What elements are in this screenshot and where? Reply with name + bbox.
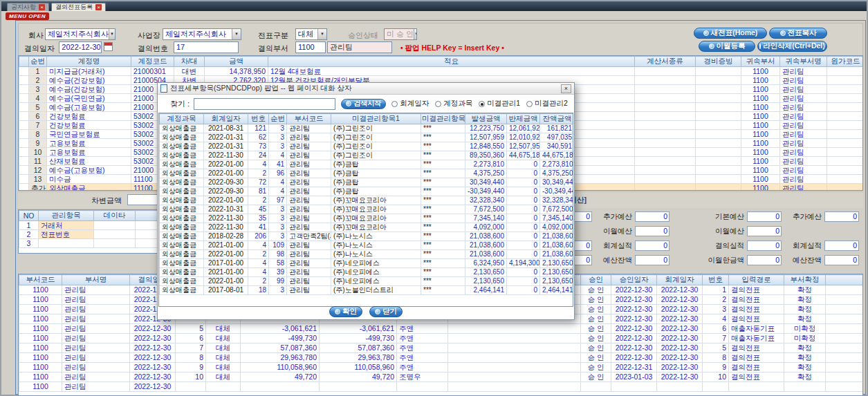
tab-notice[interactable]: 공지사항 × <box>7 3 49 11</box>
table-row[interactable]: 외상매출금2022-01-00296관리팀(주)금탑***4,375,25004… <box>160 169 574 178</box>
cell: 관리팀 <box>780 184 827 191</box>
table-row[interactable]: 외상매출금2017-08-01183관리팀(주)노블인더스트리***2,464,… <box>160 286 574 295</box>
confirm-button[interactable]: 확인 <box>329 306 362 317</box>
cell: 0 <box>507 241 540 250</box>
table-row[interactable]: 외상매출금2022-01-31623관리팀(주)그린조이***12,507,95… <box>160 133 574 142</box>
cell: 0 <box>507 178 540 187</box>
table-row[interactable]: 1100관리팀2022-12-307대체57,087,36057,087,360… <box>19 343 864 353</box>
table-row[interactable]: 외상매출금2017-01-00458관리팀(주)네오피에스***6,324,95… <box>160 259 574 268</box>
site-select[interactable]: 제일저지주식회사▼ <box>163 28 241 40</box>
cell: 7,345,140 <box>465 214 507 223</box>
table-row[interactable]: 1100관리팀2022-12-309대체110,058,960110,058,9… <box>19 363 864 373</box>
cell: 57,087,360 <box>320 343 397 353</box>
dialog-titlebar[interactable]: 전표세부항목(SPNDCDPop) 팝업 -- 웹 페이지 대화 상자 × <box>158 83 574 95</box>
cell: 11 <box>29 157 47 166</box>
cell: 관리팀 <box>287 196 331 205</box>
budget-value: 0 <box>747 226 782 236</box>
cell: 8 <box>703 353 729 363</box>
table-row[interactable]: 외상매출금2022-09-30814관리팀(주)금탑***-30,349,440… <box>160 187 574 196</box>
cell <box>19 148 29 157</box>
table-row[interactable]: 외상매출금2022-01-00441관리팀(주)금탑***2,273,81002… <box>160 160 574 169</box>
tab-voucher-entry[interactable]: 결의전표등록 × <box>51 3 106 11</box>
close-icon[interactable]: × <box>95 4 102 10</box>
cell: 0 <box>507 160 540 169</box>
cell <box>827 112 864 121</box>
column-header: 순번 <box>269 114 287 124</box>
cell: 4 <box>269 151 287 160</box>
cell <box>19 121 29 130</box>
cell <box>448 382 581 392</box>
table-row[interactable]: 외상매출금2021-01-00439관리팀(주)네오피에스***2,130,65… <box>160 268 574 277</box>
column-header: 부서코드 <box>19 275 62 285</box>
close-icon[interactable]: × <box>561 84 571 93</box>
table-row[interactable]: 1100관리팀2022-12-305대체-3,061,621-3,061,621… <box>19 324 864 334</box>
table-row[interactable]: 외상매출금2022-11-30353관리팀(주)꼬매요코리아***7,345,1… <box>160 214 574 223</box>
slip-type-value: 대체 <box>298 29 313 39</box>
cell: 승 인 <box>581 324 611 334</box>
table-row[interactable]: 외상매출금2022-11-30244관리팀(주)그린조이***89,350,36… <box>160 151 574 160</box>
slip-type-select[interactable]: 대체▼ <box>295 28 327 40</box>
cell: 확정 <box>784 343 826 353</box>
cell: (주)그린조이 <box>331 142 421 151</box>
cell: 관리팀 <box>287 259 331 268</box>
table-row[interactable]: 외상매출금2022-01-00299관리팀(주)네오피에스***2,130,65… <box>160 277 574 286</box>
cell: 확정 <box>784 373 826 382</box>
find-input[interactable] <box>194 98 335 110</box>
cell: 3 <box>269 205 287 214</box>
cell: *** <box>421 277 465 286</box>
carryover-button[interactable]: 이월등록 <box>699 41 755 52</box>
cell: 2022-12-30 <box>657 324 703 334</box>
dept-code-input[interactable]: 1100 <box>295 41 326 53</box>
cell <box>19 112 29 121</box>
table-row[interactable]: 외상매출금2022-10-31453관리팀(주)꼬매요코리아***7,672,5… <box>160 205 574 214</box>
date-input[interactable]: 2022-12-30 <box>59 41 102 53</box>
table-row[interactable]: 1미지급금(거래처)21000301대변14,378,95012월 4대보험료1… <box>19 67 864 76</box>
approval-value: 미 승 인 <box>387 29 414 39</box>
table-row[interactable]: 외상매출금2022-01-00298관리팀(주)나노시스***21,038,60… <box>160 250 574 259</box>
cell <box>696 184 741 191</box>
cell <box>827 148 864 157</box>
radio-option[interactable]: 회계일자 <box>391 99 429 109</box>
cell: 2 <box>248 196 269 205</box>
cell: 3 <box>269 214 287 223</box>
cell: 2 <box>248 250 269 259</box>
cell: 1100 <box>19 295 62 305</box>
table-row[interactable]: 외상매출금2018-02-282063고객만족2팀(JJ(주)나노시스***21… <box>160 232 574 241</box>
table-row[interactable]: 외상매출금2022-11-30413관리팀(주)꼬매요코리아***4,092,0… <box>160 223 574 232</box>
search-button[interactable]: 검색시작 <box>341 99 386 109</box>
table-row[interactable]: 외상매출금2021-01-004109관리팀(주)나노시스***21,038,6… <box>160 241 574 250</box>
button-label: 라인삭제(Ctrl+Del) <box>763 41 825 51</box>
table-row[interactable]: 외상매출금2022-01-31733관리팀(주)그린조이***12,848,55… <box>160 142 574 151</box>
no-input[interactable]: 17 <box>174 41 239 53</box>
new-voucher-button[interactable]: 새전표(Home) <box>694 28 767 39</box>
table-row[interactable]: 1100관리팀2022-12-308대체29,963,78029,963,780… <box>19 353 864 363</box>
approval-select[interactable]: 미 승 인▼ <box>384 28 417 40</box>
dept-name-field: 관리팀 <box>327 41 392 53</box>
copy-voucher-button[interactable]: 전표복사 <box>769 28 827 39</box>
cell: *** <box>421 187 465 196</box>
radio-label: 미결관리2 <box>535 99 568 109</box>
dialog-buttons: 확인 닫기 <box>158 306 574 317</box>
table-row[interactable]: 외상매출금2021-08-311213관리팀(주)그린조이***12,223,7… <box>160 124 574 133</box>
table-row[interactable]: 1100관리팀2022-12-3010대체49,72049,720조명우승 인2… <box>19 373 864 382</box>
radio-option[interactable]: 계정과목 <box>435 99 472 109</box>
table-row[interactable]: 1100관리팀2022-12-306대체-499,730-499,730주앤승 … <box>19 334 864 343</box>
cell: 2022-12-30 <box>657 295 703 305</box>
delete-line-button[interactable]: 라인삭제(Ctrl+Del) <box>757 41 827 52</box>
menu-open-badge[interactable]: MENU OPEN <box>6 12 49 20</box>
cell <box>696 157 741 166</box>
radio-option[interactable]: 미결관리1 <box>479 99 520 109</box>
cell <box>448 334 581 343</box>
cell: 관리팀 <box>287 142 331 151</box>
table-row[interactable]: 외상매출금2022-09-30724관리팀(주)금탑***30,349,4400… <box>160 178 574 187</box>
company-select[interactable]: 제일저지주식회사▼ <box>45 28 116 40</box>
cell <box>826 285 864 295</box>
table-row[interactable]: 1100관리팀2022-12-30 <box>19 382 864 392</box>
close-button[interactable]: 닫기 <box>369 306 403 317</box>
close-icon[interactable]: × <box>39 4 45 10</box>
cell: 4 <box>248 160 269 169</box>
calendar-icon[interactable] <box>104 42 113 51</box>
table-row[interactable]: 외상매출금2022-01-00297관리팀(주)꼬매요코리아***32,328,… <box>160 196 574 205</box>
radio-option[interactable]: 미결관리2 <box>526 99 568 109</box>
cell: 관리팀 <box>287 160 331 169</box>
